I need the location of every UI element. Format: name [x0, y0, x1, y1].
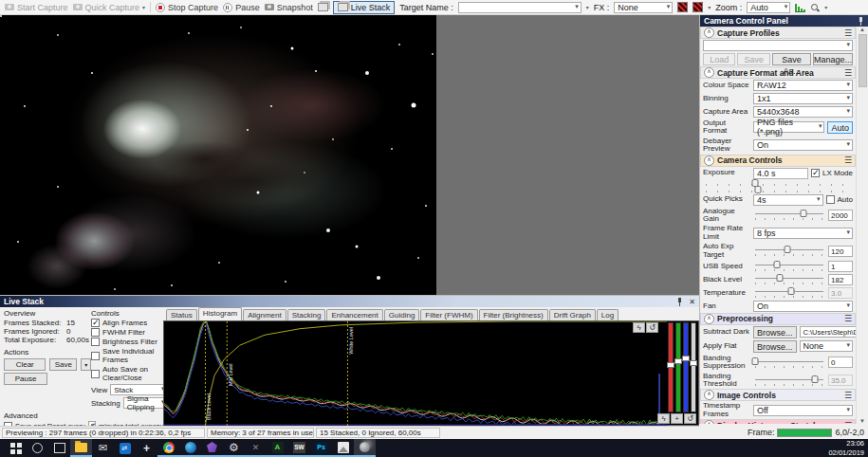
collapse-icon[interactable]: ∧ [704, 314, 714, 324]
colour-space-combobox[interactable]: RAW12 [753, 80, 853, 91]
taskbar-solidworks-icon[interactable]: SW [288, 439, 310, 457]
start-capture-button[interactable]: Start Capture [5, 3, 68, 12]
taskbar-app-green-icon[interactable]: A [267, 439, 288, 457]
save-button[interactable]: Save [49, 358, 77, 371]
livestack-checkbox-auto-save-on-clear-close[interactable]: Auto Save on Clear/Close [91, 365, 168, 382]
checkbox-icon[interactable] [91, 338, 100, 346]
pause-stack-button[interactable]: Pause [4, 373, 47, 385]
camera-controls-header[interactable]: ∧ Camera Controls ☰ [700, 155, 856, 167]
exposure-auto-checkbox[interactable] [826, 195, 835, 204]
section-menu-icon[interactable]: ☰ [844, 314, 852, 323]
taskbar-close-x-icon[interactable]: ✕ [245, 439, 267, 457]
snapshot-button[interactable]: Snapshot [265, 3, 313, 12]
tab-guiding[interactable]: Guiding [384, 309, 420, 320]
selection-area-icon[interactable] [677, 2, 688, 12]
exposure-coarse-slider[interactable] [706, 180, 850, 187]
taskbar-search-circle-icon[interactable] [27, 439, 48, 457]
capture-preview-image[interactable] [0, 15, 436, 295]
section-menu-icon[interactable]: ☰ [844, 28, 852, 38]
clear-button[interactable]: Clear [4, 358, 46, 371]
taskbar-sharpcap-icon[interactable] [354, 439, 376, 457]
collapse-icon[interactable]: ∧ [704, 155, 714, 166]
tab-stacking[interactable]: Stacking [287, 309, 326, 320]
taskbar-file-explorer-icon[interactable] [70, 439, 92, 457]
white-level-slider[interactable] [691, 322, 696, 412]
checkbox-icon[interactable] [91, 328, 100, 337]
taskbar-plus-icon[interactable]: + [136, 439, 157, 457]
tab-enhancement[interactable]: Enhancement [326, 309, 382, 320]
taskbar-teamviewer-icon[interactable]: ⇄ [114, 439, 136, 457]
capture-format-header[interactable]: ∧ Capture Format and Area ☰ [700, 66, 856, 79]
tab-alignment[interactable]: Alignment [243, 309, 286, 320]
blue-level-slider[interactable] [683, 322, 689, 412]
scrollbar-thumb[interactable] [859, 34, 867, 87]
save-as-profile-button[interactable]: Save As... [772, 53, 811, 65]
panel-scrollbar[interactable]: ▲ ▼ [856, 27, 868, 424]
stop-capture-button[interactable]: Stop Capture [156, 3, 218, 12]
pin-icon[interactable] [676, 298, 683, 306]
usb-speed-value[interactable]: 1 [828, 261, 853, 272]
taskbar-chrome-icon[interactable] [157, 439, 179, 457]
tab-log[interactable]: Log [597, 309, 619, 320]
livestack-checkbox-brightness-filter[interactable]: Brightness Filter [91, 338, 168, 346]
green-level-slider[interactable] [675, 322, 681, 412]
checkbox-icon[interactable] [91, 352, 100, 360]
tab-histogram[interactable]: Histogram [198, 307, 242, 320]
zoom-in-icon[interactable]: + [671, 413, 683, 424]
section-menu-icon[interactable]: ☰ [844, 155, 852, 165]
save-profile-button[interactable]: Save [737, 53, 769, 65]
taskbar-settings-gear-icon[interactable]: ⚙ [223, 439, 245, 457]
display-histogram-stretch-header[interactable]: ∧ Display Histogram Stretch ☰ [700, 419, 856, 424]
section-menu-icon[interactable]: ☰ [844, 68, 852, 78]
taskbar-mail-icon[interactable]: ✉ [92, 439, 114, 457]
tab-status[interactable]: Status [166, 309, 197, 320]
collapse-icon[interactable]: ∧ [704, 67, 714, 78]
output-format-auto-button[interactable]: Auto [827, 121, 853, 134]
apply-flat-browse-button[interactable]: Browse... [753, 340, 797, 353]
scroll-down-icon[interactable]: ▼ [859, 418, 865, 424]
checkbox-icon[interactable] [91, 319, 100, 327]
fan-combobox[interactable]: On [753, 301, 853, 312]
close-icon[interactable]: ✕ [689, 298, 695, 306]
target-name-combobox[interactable] [458, 2, 582, 13]
fx-combobox[interactable]: None [614, 2, 673, 13]
taskbar-photoshop-icon[interactable]: Ps [310, 439, 332, 457]
collapse-icon[interactable]: ∧ [704, 420, 714, 424]
analogue-gain-slider[interactable] [753, 210, 825, 220]
subtract-dark-browse-button[interactable]: Browse... [753, 326, 797, 338]
usb-speed-slider[interactable] [753, 261, 825, 271]
manage-profiles-button[interactable]: Manage... [813, 53, 853, 65]
taskbar-photos-icon[interactable] [332, 439, 354, 457]
frame-rate-limit-combobox[interactable]: 8 fps [753, 228, 853, 239]
binning-combobox[interactable]: 1x1 [753, 93, 853, 104]
taskbar-clock[interactable]: 23:06 02/01/2019 [828, 439, 868, 457]
banding-suppression-value[interactable]: 0 [828, 356, 853, 368]
reset-icon[interactable]: ↺ [684, 413, 696, 424]
black-level-slider[interactable] [753, 274, 825, 284]
black-level-value[interactable]: 182 [828, 274, 853, 285]
lx-mode-checkbox[interactable] [811, 169, 820, 177]
taskbar-task-view-icon[interactable] [48, 439, 70, 457]
timestamp-frames-combobox[interactable]: Off [753, 405, 853, 416]
tab-filter-brightness[interactable]: Filter (Brightness) [479, 309, 548, 320]
tab-drift-graph[interactable]: Drift Graph [549, 309, 596, 320]
auto-stretch-icon[interactable]: ϟ [633, 322, 645, 333]
auto-exp-target-value[interactable]: 120 [828, 246, 853, 257]
temperature-slider[interactable] [753, 287, 825, 298]
taskbar-firefox-icon[interactable] [179, 439, 201, 457]
taskbar-win-icon[interactable] [5, 439, 27, 457]
scroll-up-icon[interactable]: ▲ [859, 27, 865, 32]
subtract-dark-combobox[interactable]: C:\Users\Steph\Desktop\SharpC... [800, 326, 856, 338]
collapse-icon[interactable]: ∧ [704, 390, 714, 400]
livestack-checkbox-fwhm-filter[interactable]: FWHM Filter [91, 328, 168, 337]
livestack-checkbox-save-individual-frames[interactable]: Save Individual Frames [91, 347, 168, 364]
output-format-combobox[interactable]: PNG files (*.png) [753, 121, 824, 133]
exposure-input[interactable]: 4.0 s [753, 168, 808, 179]
pause-button[interactable]: Pause [223, 3, 260, 12]
section-menu-icon[interactable]: ☰ [844, 421, 852, 424]
stack-frames-icon[interactable] [318, 3, 328, 11]
quick-capture-button[interactable]: Quick Capture ▾ [73, 3, 146, 12]
tab-filter-fwhm[interactable]: Filter (FWHM) [420, 309, 477, 320]
capture-profiles-header[interactable]: ∧ Capture Profiles ☰ [700, 27, 856, 39]
banding-suppression-slider[interactable] [753, 357, 825, 368]
